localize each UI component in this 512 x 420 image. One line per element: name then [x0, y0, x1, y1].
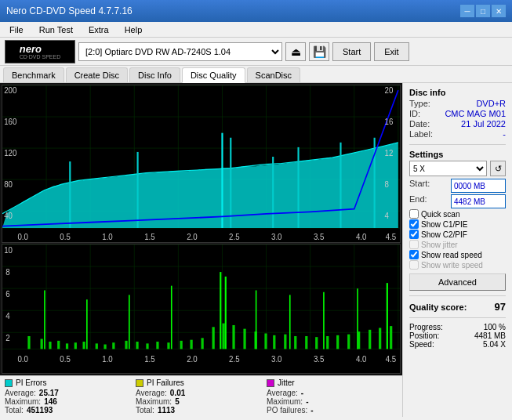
show-c2-row: Show C2/PIF [409, 230, 506, 239]
pi-failures-title: PI Failures [147, 378, 184, 387]
svg-rect-83 [273, 335, 275, 349]
svg-rect-62 [57, 341, 60, 349]
svg-text:3.0: 3.0 [271, 232, 282, 241]
disc-date-row: Date: 21 Jul 2022 [409, 119, 506, 129]
start-mb-input[interactable] [451, 179, 506, 193]
pi-failures-avg-val: 0.01 [170, 389, 185, 397]
show-c2-checkbox[interactable] [409, 230, 419, 239]
show-read-speed-checkbox[interactable] [409, 250, 419, 259]
show-read-row: Show read speed [409, 250, 506, 259]
speed-select[interactable]: 5 X Maximum 1 X 2 X 4 X 8 X [409, 161, 487, 176]
disc-info-title: Disc info [409, 88, 506, 97]
menu-help[interactable]: Help [118, 22, 149, 38]
pi-errors-total-label: Total: [5, 406, 24, 415]
window-title: Nero CD-DVD Speed 4.7.7.16 [6, 5, 133, 16]
quality-score-value: 97 [495, 301, 506, 313]
pi-errors-max-label: Maximum: [5, 397, 41, 406]
svg-rect-82 [264, 334, 267, 349]
show-c2-label[interactable]: Show C2/PIF [421, 230, 467, 239]
eject-button[interactable]: ⏏ [285, 42, 306, 61]
svg-rect-77 [212, 328, 215, 349]
tab-scandisc[interactable]: ScanDisc [247, 67, 300, 82]
tab-bar: Benchmark Create Disc Disc Info Disc Qua… [0, 66, 512, 83]
svg-text:200: 200 [4, 85, 16, 95]
quick-scan-checkbox[interactable] [409, 209, 419, 219]
minimize-button[interactable]: ─ [460, 5, 474, 17]
svg-rect-93 [379, 328, 381, 349]
tab-disc-info[interactable]: Disc Info [129, 67, 180, 82]
svg-text:4.5: 4.5 [386, 355, 397, 364]
svg-rect-94 [390, 326, 392, 349]
pi-errors-avg-label: Average: [5, 389, 36, 397]
speed-row: Speed: 5.04 X [409, 340, 506, 349]
svg-rect-87 [315, 337, 318, 349]
pi-failures-max-label: Maximum: [136, 397, 172, 406]
pi-failures-total-val: 1113 [158, 406, 175, 415]
speed-row: 5 X Maximum 1 X 2 X 4 X 8 X ↺ [409, 161, 506, 176]
svg-text:3.5: 3.5 [314, 232, 325, 241]
pi-failures-avg-label: Average: [136, 389, 167, 397]
svg-rect-61 [49, 342, 51, 349]
show-write-speed-checkbox [409, 260, 419, 270]
quick-scan-label[interactable]: Quick scan [421, 210, 459, 219]
exit-button[interactable]: Exit [374, 42, 409, 61]
show-c1-checkbox[interactable] [409, 219, 419, 229]
show-write-row: Show write speed [409, 260, 506, 270]
svg-text:2.0: 2.0 [187, 232, 198, 241]
pi-failures-max-val: 5 [175, 397, 180, 406]
charts-container: 200 160 120 80 40 20 16 12 8 4 [2, 85, 401, 374]
jitter-title: Jitter [278, 378, 295, 387]
po-failures-val: - [310, 406, 313, 415]
svg-text:2.5: 2.5 [229, 355, 240, 364]
svg-rect-68 [112, 342, 114, 349]
tab-benchmark[interactable]: Benchmark [3, 67, 64, 82]
svg-text:8: 8 [5, 267, 10, 276]
disc-id-row: ID: CMC MAG M01 [409, 109, 506, 118]
menu-run-test[interactable]: Run Test [33, 22, 79, 38]
progress-value: 100 % [484, 323, 506, 331]
po-failures-label: PO failures: [267, 406, 307, 415]
svg-marker-15 [2, 143, 398, 228]
show-write-speed-label: Show write speed [421, 261, 483, 270]
svg-text:80: 80 [4, 179, 13, 189]
show-jitter-checkbox [409, 240, 419, 249]
save-button[interactable]: 💾 [309, 42, 329, 61]
show-read-speed-label[interactable]: Show read speed [421, 251, 482, 259]
svg-text:8: 8 [385, 179, 390, 189]
svg-rect-67 [103, 345, 106, 349]
refresh-button[interactable]: ↺ [490, 161, 506, 176]
start-button[interactable]: Start [332, 42, 371, 61]
show-jitter-row: Show jitter [409, 240, 506, 249]
show-c1-label[interactable]: Show C1/PIE [421, 220, 467, 229]
svg-rect-69 [125, 341, 127, 349]
end-mb-row: End: [409, 194, 506, 208]
disc-type-value: DVD+R [476, 99, 506, 108]
svg-rect-80 [243, 329, 245, 349]
jitter-max-val: - [306, 397, 308, 406]
tab-disc-quality[interactable]: Disc Quality [182, 67, 245, 83]
close-button[interactable]: ✕ [492, 5, 506, 17]
quality-score-label: Quality score: [409, 302, 467, 312]
pi-errors-max-val: 146 [44, 397, 57, 406]
svg-rect-85 [294, 336, 296, 349]
end-mb-input[interactable] [451, 194, 506, 208]
pi-failures-stats: PI Failures Average: 0.01 Maximum: 5 Tot… [136, 378, 267, 415]
maximize-button[interactable]: □ [476, 5, 490, 17]
svg-rect-60 [41, 339, 43, 349]
menu-file[interactable]: File [3, 22, 30, 38]
position-value: 4481 MB [474, 331, 506, 340]
drive-select[interactable]: [2:0] Optiarc DVD RW AD-7240S 1.04 [78, 42, 282, 61]
svg-text:40: 40 [4, 211, 13, 220]
svg-rect-64 [74, 342, 77, 349]
svg-rect-92 [369, 330, 371, 349]
show-jitter-label: Show jitter [421, 241, 458, 249]
svg-text:0.5: 0.5 [60, 355, 71, 364]
menu-extra[interactable]: Extra [82, 22, 115, 38]
advanced-button[interactable]: Advanced [409, 273, 506, 291]
svg-rect-88 [326, 336, 329, 349]
tab-create-disc[interactable]: Create Disc [66, 67, 128, 82]
svg-rect-84 [284, 335, 286, 349]
disc-info-section: Disc info Type: DVD+R ID: CMC MAG M01 Da… [409, 88, 506, 139]
svg-text:4: 4 [5, 312, 10, 320]
quality-section: Quality score: 97 [409, 301, 506, 313]
